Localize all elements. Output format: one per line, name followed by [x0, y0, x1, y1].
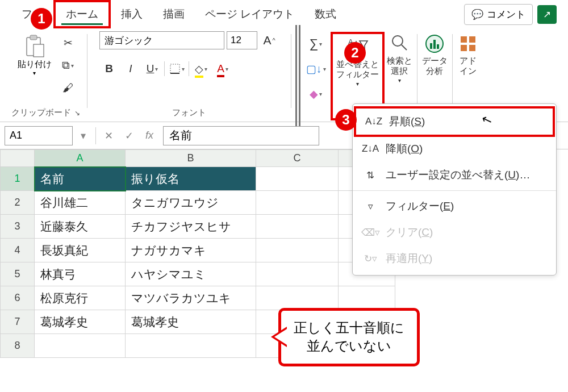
menu-item-label: クリア(C) — [386, 225, 433, 240]
row-head-3[interactable]: 3 — [1, 215, 35, 239]
row-head-6[interactable]: 6 — [1, 286, 35, 310]
formula-input[interactable] — [163, 126, 319, 145]
menu-item-icon: ↻▿ — [363, 253, 378, 265]
col-head-B[interactable]: B — [126, 150, 256, 167]
col-head-C[interactable]: C — [256, 150, 339, 167]
callout-box: 正しく五十音順に 並んでいない — [278, 308, 420, 366]
svg-rect-17 — [469, 45, 475, 51]
row-head-7[interactable]: 7 — [1, 310, 35, 334]
ribbon-group-misc: ∑▾ ▢↓▾ ◆▾ — [302, 31, 331, 120]
cell-A4[interactable]: 長坂真紀 — [35, 239, 126, 262]
autosum-button[interactable]: ∑▾ — [306, 34, 325, 53]
svg-rect-1 — [30, 35, 37, 40]
font-name-select[interactable] — [99, 31, 224, 49]
fill-button[interactable]: ▢↓▾ — [306, 59, 326, 78]
cell-A1[interactable]: 名前 — [35, 167, 126, 191]
menu-item-label: ユーザー設定の並べ替え(U)… — [386, 168, 530, 182]
cell-C4[interactable] — [256, 239, 339, 262]
font-color-button[interactable]: A ▾ — [213, 59, 232, 78]
enter-button[interactable]: ✓ — [119, 126, 139, 145]
copy-button[interactable]: ⧉▾ — [59, 56, 78, 75]
clear-button[interactable]: ◆▾ — [306, 84, 325, 103]
cell-A5[interactable]: 林真弓 — [35, 262, 126, 286]
cell-C1[interactable] — [256, 167, 339, 191]
menu-home[interactable]: ホーム — [53, 0, 111, 28]
cell-C3[interactable] — [256, 215, 339, 239]
cell-C6[interactable] — [256, 286, 339, 310]
cell-B1[interactable]: 振り仮名 — [126, 167, 256, 191]
cell-A8[interactable] — [35, 334, 126, 358]
dialog-launcher-icon[interactable]: ↘ — [74, 109, 80, 117]
comments-button[interactable]: 💬 コメント — [464, 4, 533, 25]
cell-A6[interactable]: 松原克行 — [35, 286, 126, 310]
bucket-icon: ◇ — [195, 62, 203, 76]
cell-C5[interactable] — [256, 262, 339, 286]
menu-item: ↻▿再適用(Y) — [353, 245, 556, 272]
row-head-1[interactable]: 1 — [1, 167, 35, 191]
cell-J6[interactable] — [339, 286, 395, 310]
name-box-dropdown[interactable]: ▾ — [73, 126, 93, 145]
svg-rect-13 — [437, 44, 439, 49]
font-size-select[interactable] — [227, 31, 257, 49]
cell-B7[interactable]: 葛城孝史 — [126, 310, 256, 334]
cut-button[interactable]: ✂ — [59, 33, 78, 52]
cell-C2[interactable] — [256, 191, 339, 215]
menu-item[interactable]: A↓Z昇順(S) — [354, 106, 555, 137]
border-icon — [169, 63, 181, 74]
cell-A7[interactable]: 葛城孝史 — [35, 310, 126, 334]
cell-B3[interactable]: チカフジヤスヒサ — [126, 215, 256, 239]
menu-item-icon: ▿ — [363, 201, 378, 212]
paste-button[interactable]: 貼り付け ▾ — [14, 31, 55, 80]
menu-item-label: フィルター(E) — [386, 199, 454, 214]
menu-insert[interactable]: 挿入 — [111, 2, 153, 26]
menu-item-icon: Z↓A — [363, 143, 378, 155]
search-icon — [390, 33, 409, 55]
row-head-4[interactable]: 4 — [1, 239, 35, 262]
cancel-button[interactable]: ✕ — [98, 126, 119, 145]
italic-button[interactable]: I — [121, 59, 140, 78]
cell-B6[interactable]: マツバラカツユキ — [126, 286, 256, 310]
menu-item-icon: A↓Z — [366, 116, 381, 127]
menu-formulas[interactable]: 数式 — [304, 2, 346, 26]
row-head-5[interactable]: 5 — [1, 262, 35, 286]
svg-rect-15 — [469, 36, 475, 43]
fx-button[interactable]: fx — [139, 126, 160, 145]
menu-item[interactable]: ⇅ユーザー設定の並べ替え(U)… — [353, 162, 556, 188]
cell-B4[interactable]: ナガサカマキ — [126, 239, 256, 262]
svg-rect-2 — [34, 44, 44, 57]
bold-button[interactable]: B — [99, 59, 119, 78]
select-all-corner[interactable] — [1, 150, 35, 167]
cell-B2[interactable]: タニガワユウジ — [126, 191, 256, 215]
font-group-label: フォント — [172, 105, 206, 120]
menu-item-icon: ⇅ — [363, 169, 378, 181]
name-box[interactable] — [5, 126, 73, 145]
menu-item[interactable]: Z↓A降順(O) — [353, 136, 556, 162]
row-head-2[interactable]: 2 — [1, 191, 35, 215]
addins-icon — [457, 33, 479, 55]
fill-color-button[interactable]: ◇ ▾ — [191, 59, 211, 78]
menu-item[interactable]: ▿フィルター(E) — [353, 193, 556, 219]
comment-icon: 💬 — [471, 9, 483, 20]
cell-B5[interactable]: ハヤシマユミ — [126, 262, 256, 286]
border-button[interactable]: ▾ — [167, 59, 186, 78]
cell-A3[interactable]: 近藤泰久 — [35, 215, 126, 239]
underline-button[interactable]: U▾ — [143, 59, 162, 78]
menu-pagelayout[interactable]: ページ レイアウト — [195, 2, 304, 26]
menu-item: ⌫▿クリア(C) — [353, 219, 556, 245]
format-painter-button[interactable]: 🖌 — [59, 78, 78, 98]
svg-rect-11 — [430, 43, 432, 49]
svg-rect-3 — [170, 64, 179, 73]
svg-rect-14 — [461, 36, 467, 43]
copy-icon: ⧉ — [62, 59, 70, 72]
share-button[interactable]: ↗ — [537, 5, 557, 24]
row-head-8[interactable]: 8 — [1, 334, 35, 358]
col-head-A[interactable]: A — [35, 150, 126, 167]
cell-A2[interactable]: 谷川雄二 — [35, 191, 126, 215]
svg-rect-12 — [433, 40, 436, 49]
menu-item-label: 再適用(Y) — [386, 251, 432, 266]
cell-B8[interactable] — [126, 334, 256, 358]
ribbon-group-font: A^ B I U▾ ▾ ◇ ▾ A ▾ — [90, 31, 289, 120]
menu-draw[interactable]: 描画 — [153, 2, 195, 26]
increase-font-button[interactable]: A^ — [260, 31, 279, 50]
chevron-down-icon: ▾ — [33, 70, 36, 76]
